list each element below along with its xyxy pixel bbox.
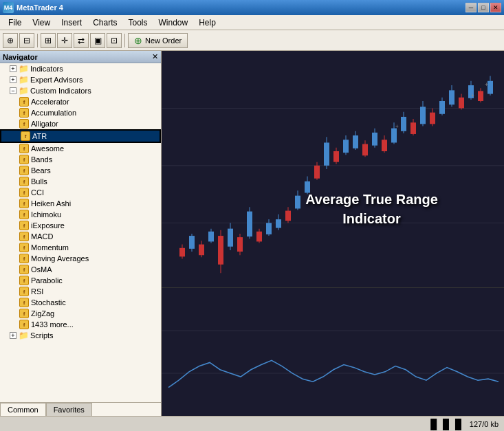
- nav-item-rsi[interactable]: f RSI: [0, 286, 161, 297]
- toolbar-btn-5[interactable]: ⇄: [74, 33, 89, 48]
- svg-text:+: +: [471, 93, 474, 99]
- toolbar-btn-6[interactable]: ▣: [90, 33, 105, 48]
- heiken-ashi-label: Heiken Ashi: [31, 199, 71, 208]
- svg-rect-39: [391, 129, 397, 143]
- nav-item-ichimoku[interactable]: f Ichimoku: [0, 209, 161, 220]
- status-kb: 127/0 kb: [470, 420, 498, 428]
- zigzag-label: ZigZag: [31, 309, 54, 318]
- svg-text:+: +: [485, 82, 488, 88]
- menu-insert[interactable]: Insert: [56, 16, 87, 29]
- svg-rect-53: [459, 98, 464, 109]
- minimize-button[interactable]: ─: [465, 3, 476, 12]
- expand-scripts[interactable]: +: [10, 332, 17, 339]
- expand-indicators[interactable]: +: [10, 65, 17, 72]
- chart-area: Double Click: [162, 51, 504, 416]
- ci-label: Custom Indicators: [30, 87, 91, 95]
- nav-item-bulls[interactable]: f Bulls: [0, 176, 161, 187]
- toolbar-btn-7[interactable]: ⊡: [107, 33, 122, 48]
- svg-rect-37: [382, 140, 387, 151]
- svg-rect-25: [324, 142, 329, 165]
- nav-item-iexposure[interactable]: f iExposure: [0, 220, 161, 231]
- nav-item-moving-averages[interactable]: f Moving Averages: [0, 253, 161, 264]
- svg-rect-0: [162, 51, 504, 287]
- nav-item-parabolic[interactable]: f Parabolic: [0, 275, 161, 286]
- nav-item-more[interactable]: f 1433 more...: [0, 319, 161, 330]
- menu-window[interactable]: Window: [153, 16, 194, 29]
- nav-item-stochastic[interactable]: f Stochastic: [0, 297, 161, 308]
- indicator-icon-alligator: f: [19, 119, 29, 129]
- menu-file[interactable]: File: [3, 16, 27, 29]
- scripts-folder-icon: 📁: [19, 331, 28, 340]
- toolbar-btn-2[interactable]: ⊟: [19, 33, 34, 48]
- indicator-icon-bears: f: [19, 166, 29, 175]
- svg-rect-69: [314, 166, 320, 179]
- toolbar-btn-3[interactable]: ⊞: [41, 33, 56, 48]
- atr-label: ATR: [32, 132, 47, 140]
- svg-rect-45: [420, 107, 426, 124]
- new-order-button[interactable]: ⊕ New Order: [128, 33, 188, 48]
- toolbar-btn-4[interactable]: ✛: [57, 33, 72, 48]
- menu-tools[interactable]: Tools: [123, 16, 153, 29]
- expand-ea[interactable]: +: [10, 76, 17, 83]
- alligator-label: Alligator: [31, 120, 58, 128]
- stochastic-label: Stochastic: [31, 298, 66, 307]
- nav-indicators[interactable]: + 📁 Indicators: [0, 63, 161, 74]
- svg-rect-21: [256, 232, 262, 242]
- nav-item-bears[interactable]: f Bears: [0, 165, 161, 176]
- navigator-close-button[interactable]: ✕: [152, 52, 158, 61]
- tab-favorites[interactable]: Favorites: [46, 403, 92, 416]
- nav-item-awesome[interactable]: f Awesome: [0, 143, 161, 154]
- nav-item-heiken-ashi[interactable]: f Heiken Ashi: [0, 198, 161, 209]
- indicator-icon-accumulation: f: [19, 108, 29, 118]
- nav-item-osma[interactable]: f OsMA: [0, 264, 161, 275]
- toolbar-btn-1[interactable]: ⊕: [3, 33, 18, 48]
- nav-custom-indicators[interactable]: − 📁 Custom Indicators: [0, 85, 161, 96]
- atr-indicator-label: Average True RangeIndicator: [305, 190, 438, 228]
- svg-rect-27: [333, 151, 339, 162]
- close-button[interactable]: ✕: [490, 3, 501, 12]
- nav-item-accelerator[interactable]: f Accelerator: [0, 96, 161, 107]
- indicator-icon-accelerator: f: [19, 97, 29, 107]
- nav-item-atr[interactable]: f ATR: [0, 129, 161, 143]
- indicator-icon-rsi: f: [19, 287, 29, 296]
- nav-scripts[interactable]: + 📁 Scripts: [0, 330, 161, 341]
- accumulation-label: Accumulation: [31, 109, 76, 117]
- menu-view[interactable]: View: [27, 16, 56, 29]
- maximize-button[interactable]: □: [478, 3, 489, 12]
- bulls-label: Bulls: [31, 177, 47, 186]
- svg-rect-13: [218, 236, 223, 265]
- main-content: Navigator ✕ + 📁 Indicators + 📁 Expert Ad…: [0, 51, 504, 416]
- expand-ci[interactable]: −: [10, 87, 17, 94]
- menu-help[interactable]: Help: [193, 16, 221, 29]
- nav-item-alligator[interactable]: f Alligator: [0, 118, 161, 129]
- awesome-label: Awesome: [31, 144, 64, 153]
- indicator-icon-bulls: f: [19, 177, 29, 186]
- menu-charts[interactable]: Charts: [87, 16, 122, 29]
- indicators-folder-icon: 📁: [19, 64, 28, 74]
- moving-averages-label: Moving Averages: [31, 254, 89, 263]
- nav-item-bands[interactable]: f Bands: [0, 154, 161, 165]
- nav-item-zigzag[interactable]: f ZigZag: [0, 308, 161, 319]
- more-label: 1433 more...: [31, 320, 74, 329]
- indicator-icon-osma: f: [19, 265, 29, 274]
- svg-rect-51: [449, 90, 454, 104]
- nav-item-cci[interactable]: f CCI: [0, 187, 161, 198]
- nav-item-momentum[interactable]: f Momentum: [0, 242, 161, 253]
- indicator-icon-more: f: [19, 320, 29, 329]
- indicator-icon-cci: f: [19, 188, 29, 197]
- nav-expert-advisors[interactable]: + 📁 Expert Advisors: [0, 74, 161, 85]
- svg-rect-11: [208, 232, 214, 242]
- indicator-icon-bands: f: [19, 155, 29, 164]
- title-bar-controls: ─ □ ✕: [465, 3, 501, 12]
- bears-label: Bears: [31, 166, 51, 175]
- nav-item-macd[interactable]: f MACD: [0, 231, 161, 242]
- tab-common[interactable]: Common: [0, 403, 46, 416]
- svg-rect-35: [372, 133, 377, 146]
- navigator-scroll[interactable]: + 📁 Indicators + 📁 Expert Advisors − 📁 C…: [0, 63, 161, 402]
- svg-rect-17: [237, 237, 243, 252]
- svg-rect-49: [439, 101, 445, 114]
- nav-item-accumulation[interactable]: f Accumulation: [0, 107, 161, 118]
- navigator-tabs: Common Favorites: [0, 402, 161, 416]
- menu-bar: File View Insert Charts Tools Window Hel…: [0, 15, 504, 30]
- ichimoku-label: Ichimoku: [31, 210, 61, 219]
